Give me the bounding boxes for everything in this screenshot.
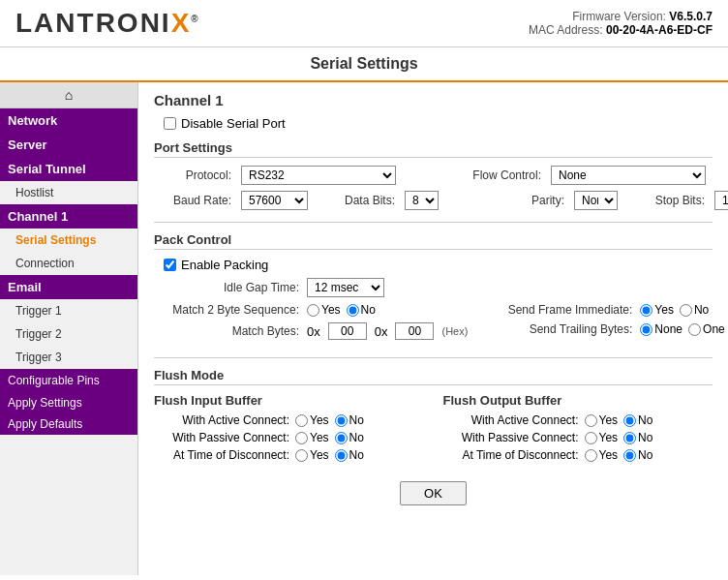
sidebar-item-apply-defaults[interactable]: Apply Defaults <box>0 413 137 435</box>
firmware-value: V6.5.0.7 <box>669 10 713 23</box>
sidebar-item-hostlist[interactable]: Hostlist <box>0 181 137 204</box>
output-active-label: With Active Connect: <box>443 413 579 427</box>
input-passive-no[interactable]: No <box>335 431 364 444</box>
header: LANTRONIX® Firmware Version: V6.5.0.7 MA… <box>0 0 728 47</box>
flush-input-title: Flush Input Buffer <box>154 393 424 408</box>
sidebar-item-trigger3[interactable]: Trigger 3 <box>0 346 137 369</box>
sidebar-item-network[interactable]: Network <box>0 108 137 133</box>
input-active-no-radio[interactable] <box>335 414 348 427</box>
sidebar-item-email[interactable]: Email <box>0 275 137 299</box>
ok-button[interactable]: OK <box>400 481 467 505</box>
pack-left: Match 2 Byte Sequence: Yes No <box>154 303 468 346</box>
output-active-radio: Yes No <box>585 413 653 427</box>
baud-rate-label: Baud Rate: <box>154 194 231 207</box>
protocol-select[interactable]: RS232 RS422 RS485 <box>241 166 396 185</box>
input-active-yes[interactable]: Yes <box>295 413 329 427</box>
send-frame-no-label[interactable]: No <box>680 303 709 317</box>
trailing-one-label[interactable]: One <box>688 322 725 336</box>
input-disconnect-yes-radio[interactable] <box>295 449 308 462</box>
input-passive-yes[interactable]: Yes <box>295 431 329 444</box>
sidebar-item-server[interactable]: Server <box>0 133 137 157</box>
input-active-no[interactable]: No <box>335 413 364 427</box>
port-settings-grid: Protocol: RS232 RS422 RS485 Flow Control… <box>154 166 713 210</box>
flow-control-select[interactable]: None Hardware Software <box>551 166 706 185</box>
flush-output-title: Flush Output Buffer <box>443 393 713 408</box>
sidebar-item-connection[interactable]: Connection <box>0 252 137 275</box>
send-frame-radio: Yes No <box>640 303 709 317</box>
output-passive-no-radio[interactable] <box>623 432 636 444</box>
output-disconnect-radio: Yes No <box>585 448 653 462</box>
send-frame-yes-radio[interactable] <box>640 304 652 317</box>
sidebar-item-apply-settings[interactable]: Apply Settings <box>0 392 137 413</box>
match-2byte-no-label[interactable]: No <box>347 303 376 317</box>
output-disconnect-no[interactable]: No <box>623 448 652 462</box>
trailing-none-radio[interactable] <box>640 323 652 336</box>
input-disconnect-label: At Time of Disconnect: <box>154 448 289 462</box>
sidebar-home[interactable]: ⌂ <box>0 82 137 108</box>
disable-serial-row: Disable Serial Port <box>154 116 713 131</box>
output-disconnect-no-radio[interactable] <box>623 449 636 462</box>
input-disconnect-yes[interactable]: Yes <box>295 448 329 462</box>
enable-packing-checkbox[interactable] <box>164 259 176 271</box>
pack-two-col: Match 2 Byte Sequence: Yes No <box>154 303 713 346</box>
send-frame-yes-label[interactable]: Yes <box>640 303 674 317</box>
sidebar-item-serial-settings[interactable]: Serial Settings <box>0 229 137 252</box>
baud-row: Baud Rate: 30012002400 96001920038400 57… <box>154 191 713 210</box>
output-active-no-radio[interactable] <box>623 414 636 427</box>
output-active-yes-radio[interactable] <box>585 414 597 427</box>
input-passive-no-radio[interactable] <box>335 432 348 444</box>
output-passive-radio: Yes No <box>585 431 653 444</box>
match-byte1-input[interactable] <box>328 322 367 340</box>
input-passive-yes-radio[interactable] <box>295 432 308 444</box>
idle-gap-select[interactable]: 1 msec2 msec4 msec 6 msec12 msec20 msec <box>307 278 384 297</box>
data-bits-select[interactable]: 5678 <box>405 191 439 210</box>
match-2byte-row: Match 2 Byte Sequence: Yes No <box>154 303 468 317</box>
output-disconnect-yes-radio[interactable] <box>585 449 597 462</box>
output-passive-yes[interactable]: Yes <box>585 431 619 444</box>
input-passive-label: With Passive Connect: <box>154 431 289 444</box>
input-active-yes-radio[interactable] <box>295 414 308 427</box>
output-passive-yes-radio[interactable] <box>585 432 597 444</box>
send-frame-no-radio[interactable] <box>680 304 692 317</box>
match-bytes-label: Match Bytes: <box>154 324 299 338</box>
input-disconnect-no-radio[interactable] <box>335 449 348 462</box>
protocol-label: Protocol: <box>154 168 231 182</box>
send-frame-label: Send Frame Immediate: <box>487 303 632 317</box>
stop-bits-select[interactable]: 12 <box>714 191 728 210</box>
baud-rate-select[interactable]: 30012002400 96001920038400 57600115200 <box>241 191 308 210</box>
send-trailing-label: Send Trailing Bytes: <box>487 322 632 336</box>
match-2byte-label: Match 2 Byte Sequence: <box>154 303 299 317</box>
match-2byte-yes-label[interactable]: Yes <box>307 303 341 317</box>
output-passive-no[interactable]: No <box>623 431 652 444</box>
disable-serial-checkbox[interactable] <box>164 117 176 130</box>
firmware-label: Firmware Version: <box>572 10 666 23</box>
send-frame-row: Send Frame Immediate: Yes No <box>487 303 728 317</box>
protocol-row: Protocol: RS232 RS422 RS485 Flow Control… <box>154 166 713 185</box>
sidebar-item-trigger1[interactable]: Trigger 1 <box>0 299 137 322</box>
sidebar-item-serial-tunnel[interactable]: Serial Tunnel <box>0 157 137 181</box>
send-trailing-row: Send Trailing Bytes: None One <box>487 322 728 336</box>
output-active-no[interactable]: No <box>623 413 652 427</box>
hex-prefix1: 0x <box>307 324 320 339</box>
output-disconnect-yes[interactable]: Yes <box>585 448 619 462</box>
input-disconnect-row: At Time of Disconnect: Yes No <box>154 448 424 462</box>
match-2byte-radio: Yes No <box>307 303 376 317</box>
trailing-none-label[interactable]: None <box>640 322 682 336</box>
trailing-one-radio[interactable] <box>688 323 701 336</box>
match-2byte-yes-radio[interactable] <box>307 304 319 317</box>
parity-select[interactable]: NoneEvenOdd <box>574 191 618 210</box>
sidebar-item-configurable-pins[interactable]: Configurable Pins <box>0 369 137 392</box>
input-disconnect-no[interactable]: No <box>335 448 364 462</box>
ok-row: OK <box>154 481 713 505</box>
flush-mode-title: Flush Mode <box>154 368 713 385</box>
match-2byte-no-radio[interactable] <box>347 304 359 317</box>
match-byte2-input[interactable] <box>395 322 434 340</box>
parity-label: Parity: <box>487 194 564 207</box>
input-passive-radio: Yes No <box>295 431 364 444</box>
divider2 <box>154 357 713 358</box>
sidebar-item-channel1[interactable]: Channel 1 <box>0 204 137 229</box>
sidebar-item-trigger2[interactable]: Trigger 2 <box>0 322 137 346</box>
output-active-yes[interactable]: Yes <box>585 413 619 427</box>
firmware-info: Firmware Version: V6.5.0.7 MAC Address: … <box>529 10 713 37</box>
layout: ⌂ Network Server Serial Tunnel Hostlist … <box>0 82 728 575</box>
